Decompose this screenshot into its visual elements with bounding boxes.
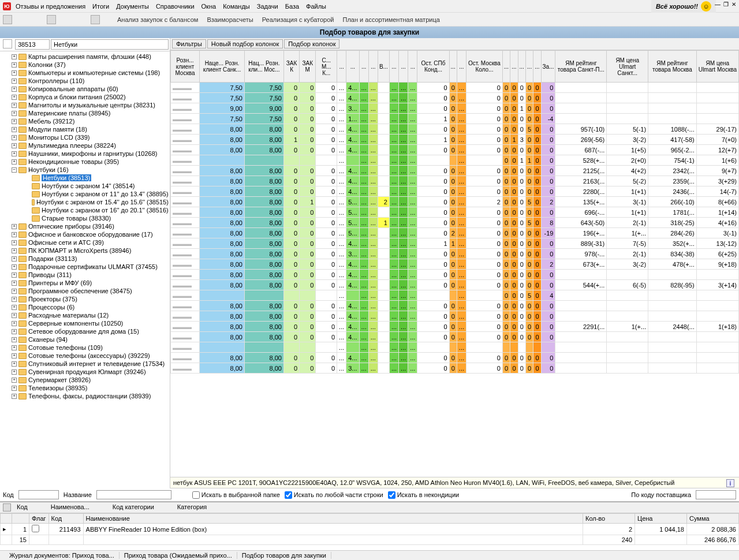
- grid-row[interactable]: ▬▬▬7,507,50000...4..................00..…: [171, 93, 739, 103]
- expander-icon[interactable]: +: [12, 386, 17, 391]
- toolbar-icon-1[interactable]: [3, 15, 12, 24]
- expander-icon[interactable]: +: [12, 361, 17, 367]
- tree-item[interactable]: +Офисное и банковское оборудование (17): [0, 230, 170, 238]
- expander-icon[interactable]: +: [12, 95, 17, 100]
- product-grid[interactable]: Розн... клиент МоскваНаце... Розн. клиен…: [170, 50, 739, 477]
- tree-item[interactable]: +Спутниковый интернет и телевидение (175…: [0, 360, 170, 368]
- tree-item[interactable]: +Компьютеры и компьютерные системы (198): [0, 69, 170, 77]
- grid-row[interactable]: ▬▬▬7,507,50000...4..................00..…: [171, 83, 739, 93]
- grid-row[interactable]: ▬▬▬8,008,00000...4..................00..…: [171, 280, 739, 290]
- cart-header[interactable]: [1, 514, 12, 524]
- grid-column-header[interactable]: ...: [449, 51, 457, 83]
- tree-item[interactable]: +Подарки (33113): [0, 255, 170, 263]
- menu-Команды[interactable]: Команды: [223, 3, 250, 10]
- tree-item[interactable]: +Программное обеспечение (38475): [0, 287, 170, 295]
- tree-item[interactable]: +Приводы (311): [0, 271, 170, 279]
- expander-icon[interactable]: +: [12, 224, 17, 229]
- expander-icon[interactable]: +: [12, 143, 17, 148]
- tree-item[interactable]: +Мониторы LCD (339): [0, 133, 170, 141]
- grid-column-header[interactable]: ...: [337, 51, 346, 83]
- expander-icon[interactable]: +: [12, 297, 17, 302]
- cart-header[interactable]: Наименование: [83, 514, 583, 524]
- tree-item[interactable]: Ноутбуки с экраном 14'' (38514): [0, 182, 170, 190]
- grid-column-header[interactable]: ...: [399, 51, 408, 83]
- tree-collapse-icon[interactable]: [3, 39, 12, 48]
- grid-row[interactable]: ▬▬▬8,008,00000...5.........1.........00.…: [171, 218, 739, 228]
- tree-item[interactable]: +Некондиционные товары (395): [0, 158, 170, 166]
- grid-column-header[interactable]: ...: [408, 51, 417, 83]
- tree-item[interactable]: +Магнитолы и музыкальные центры (38231): [0, 101, 170, 109]
- tree-item[interactable]: +Телефоны, факсы, радиостанции (38939): [0, 392, 170, 400]
- category-code-input[interactable]: [15, 39, 50, 50]
- tree-item[interactable]: −Ноутбуки (16): [0, 166, 170, 174]
- tree-item[interactable]: +ПК ЮПМАРТ и MicroXperts (38946): [0, 247, 170, 255]
- tree-item[interactable]: +Сотовые телефоны (аксессуары) (39229): [0, 352, 170, 360]
- info-icon[interactable]: i: [726, 479, 734, 487]
- expander-icon[interactable]: +: [12, 151, 17, 156]
- grid-column-header[interactable]: Ост. Москва Коло...: [466, 51, 503, 83]
- grid-column-header[interactable]: ...: [525, 51, 533, 83]
- tree-item[interactable]: +Сувенирная продукция Юлмарт (39246): [0, 368, 170, 376]
- expander-icon[interactable]: +: [12, 111, 17, 116]
- toolbar-link[interactable]: Взаиморасчеты: [207, 16, 253, 23]
- search-nekond-checkbox[interactable]: [388, 491, 395, 499]
- grid-row[interactable]: ▬▬▬8,008,00000...5..................00..…: [171, 207, 739, 218]
- grid-row[interactable]: ▬▬▬8,008,00000...4..................00..…: [171, 124, 739, 135]
- tree-item[interactable]: +Серверные компоненты (10250): [0, 319, 170, 327]
- grid-row[interactable]: ▬▬▬8,008,00000...4..................00..…: [171, 186, 739, 197]
- grid-column-header[interactable]: ЯМ цена Ulmart Санкт...: [607, 51, 648, 83]
- tree-item[interactable]: +Оптические приборы (39146): [0, 222, 170, 230]
- grid-row[interactable]: ▬▬▬8,008,00000...4..................00..…: [171, 311, 739, 322]
- cart-header[interactable]: Флаг: [29, 514, 49, 524]
- grid-row[interactable]: ▬▬▬.....................: [171, 342, 739, 353]
- grid-row[interactable]: ▬▬▬8,008,00000...4..................00..…: [171, 301, 739, 311]
- grid-row[interactable]: ▬▬▬8,008,00000...4..................00..…: [171, 145, 739, 155]
- minimize-icon[interactable]: —: [715, 1, 721, 8]
- tree-item[interactable]: +Корпуса и блоки питания (25002): [0, 93, 170, 101]
- grid-column-header[interactable]: ...: [510, 51, 518, 83]
- grid-column-header[interactable]: ...: [518, 51, 525, 83]
- cart-header[interactable]: Код: [48, 514, 83, 524]
- expander-icon[interactable]: +: [12, 256, 17, 262]
- expander-icon[interactable]: +: [12, 305, 17, 310]
- filter-button[interactable]: Подбор колонок: [284, 39, 339, 48]
- grid-row[interactable]: ▬▬▬8,008,00010...5.........2.........00.…: [171, 197, 739, 207]
- tree-item[interactable]: Старые товары (38330): [0, 214, 170, 222]
- grid-row[interactable]: ▬▬▬8,008,00000...3..................00..…: [171, 249, 739, 259]
- cart-header[interactable]: [12, 514, 29, 524]
- toolbar-link[interactable]: Анализ закупок с балансом: [117, 16, 198, 23]
- grid-column-header[interactable]: ...: [368, 51, 378, 83]
- grid-column-header[interactable]: В...: [378, 51, 389, 83]
- grid-row[interactable]: ▬▬▬8,008,00000...4..................00..…: [171, 322, 739, 332]
- close-icon[interactable]: ✕: [731, 1, 736, 8]
- grid-column-header[interactable]: ...: [359, 51, 368, 83]
- expander-icon[interactable]: +: [12, 378, 17, 383]
- tree-item[interactable]: +Копировальные аппараты (60): [0, 85, 170, 93]
- cart-header[interactable]: Сумма: [687, 514, 739, 524]
- expander-icon[interactable]: +: [12, 329, 17, 334]
- cart-flag-checkbox[interactable]: [32, 525, 39, 532]
- expander-icon[interactable]: +: [12, 79, 17, 84]
- expander-icon[interactable]: +: [12, 232, 17, 237]
- grid-column-header[interactable]: ...: [533, 51, 541, 83]
- search-in-folder-checkbox[interactable]: [192, 491, 200, 499]
- expander-icon[interactable]: +: [12, 135, 17, 140]
- expander-icon[interactable]: +: [12, 321, 17, 326]
- expander-icon[interactable]: +: [12, 345, 17, 350]
- grid-column-header[interactable]: За...: [541, 51, 555, 83]
- supplier-code-input[interactable]: [696, 490, 736, 499]
- menu-Отзывы и предложения[interactable]: Отзывы и предложения: [16, 3, 85, 10]
- tree-item[interactable]: +Сотовые телефоны (109): [0, 344, 170, 352]
- status-segment[interactable]: Подбор товаров для закупки: [237, 552, 331, 559]
- expander-icon[interactable]: +: [12, 281, 17, 286]
- grid-row[interactable]: ▬▬▬8,008,00000...4..................00..…: [171, 270, 739, 280]
- grid-column-header[interactable]: ...: [389, 51, 398, 83]
- grid-column-header[interactable]: ЯМ рейтинг товара Москва: [648, 51, 697, 83]
- toolbar-link[interactable]: План и ассортиментная матрица: [342, 16, 439, 23]
- expander-icon[interactable]: +: [12, 313, 17, 318]
- tree-item[interactable]: +Принтеры и МФУ (69): [0, 279, 170, 287]
- tree-item[interactable]: +Контроллеры (110): [0, 77, 170, 85]
- expander-icon[interactable]: +: [12, 369, 17, 375]
- code-search-input[interactable]: [18, 490, 59, 499]
- tree-item[interactable]: +Сетевое оборудование для дома (15): [0, 327, 170, 335]
